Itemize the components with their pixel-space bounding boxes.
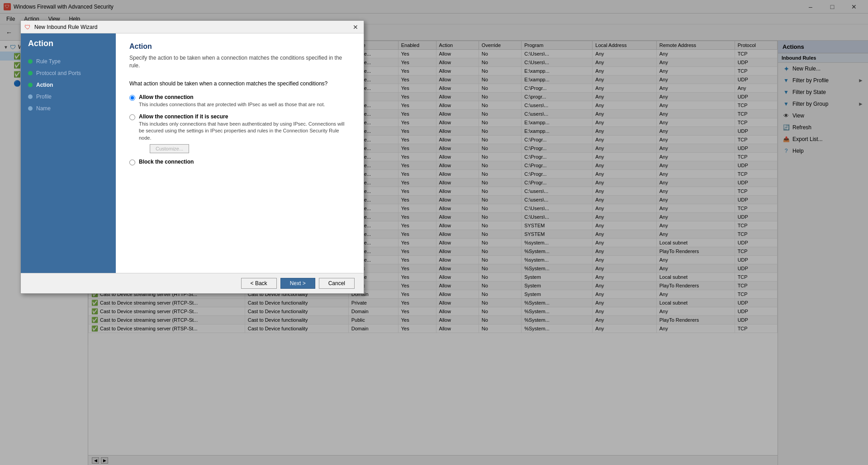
step-dot-0 [28,59,33,64]
wizard-step-label-3: Profile [36,94,52,100]
wizard-step-label-4: Name [36,105,51,112]
wizard-title-icon: 🛡 [24,23,32,31]
cancel-button[interactable]: Cancel [319,278,355,289]
next-button[interactable]: Next > [280,278,315,289]
option-block-label[interactable]: Block the connection [139,159,194,165]
step-dot-4 [28,106,33,111]
option-secure-desc: This includes only connections that have… [139,121,350,141]
option-secure-label[interactable]: Allow the connection if it is secure [139,113,228,120]
wizard-dialog: 🛡 New Inbound Rule Wizard ✕ Action Rule … [20,20,364,294]
wizard-title-text: New Inbound Rule Wizard [34,24,351,30]
radio-block[interactable] [129,160,135,165]
step-dot-1 [28,71,33,75]
step-dot-2 [28,83,33,87]
wizard-content: Action Specify the action to be taken wh… [116,33,364,273]
wizard-sidebar-title: Action [21,39,116,56]
back-button[interactable]: < Back [241,278,277,289]
wizard-step-label-2: Action [36,82,53,88]
wizard-close-button[interactable]: ✕ [351,23,360,32]
wizard-question: What action should be taken when a conne… [129,80,350,87]
step-dot-3 [28,94,33,99]
option-block: Block the connection [129,159,350,165]
option-allow-label[interactable]: Allow the connection [139,94,194,100]
option-allow-secure: Allow the connection if it is secure Thi… [129,113,350,153]
option-allow: Allow the connection This includes conne… [129,94,350,108]
wizard-step-label-0: Rule Type [36,58,61,65]
customize-button[interactable]: Customize... [150,144,189,153]
wizard-footer: < Back Next > Cancel [21,273,364,293]
wizard-page-desc: Specify the action to be taken when a co… [129,54,350,70]
wizard-step-0: Rule Type [21,56,116,67]
wizard-sidebar: Action Rule Type Protocol and Ports Acti… [21,33,116,273]
wizard-step-3: Profile [21,91,116,103]
wizard-step-1: Protocol and Ports [21,67,116,79]
wizard-title-bar: 🛡 New Inbound Rule Wizard ✕ [21,21,364,33]
wizard-step-label-1: Protocol and Ports [36,70,81,76]
wizard-body: Action Rule Type Protocol and Ports Acti… [21,33,364,273]
wizard-step-2: Action [21,79,116,91]
wizard-step-4: Name [21,103,116,114]
radio-allow-secure[interactable] [129,114,135,120]
wizard-overlay: 🛡 New Inbound Rule Wizard ✕ Action Rule … [0,0,868,465]
option-allow-desc: This includes connections that are prote… [139,101,325,108]
wizard-page-title: Action [129,42,350,51]
radio-allow[interactable] [129,95,135,101]
